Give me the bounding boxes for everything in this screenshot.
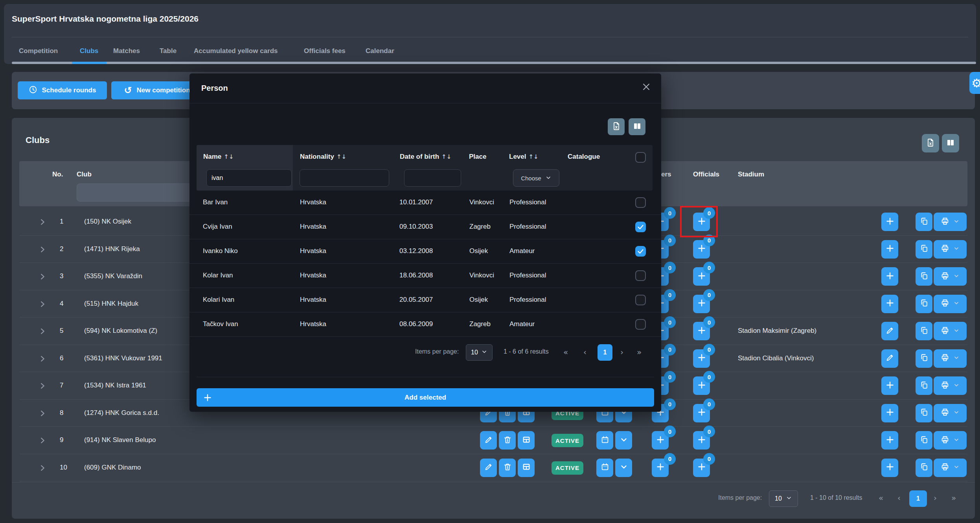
print-club-button[interactable]: [934, 376, 967, 395]
expand-row-chevron-icon[interactable]: [38, 464, 47, 474]
players-count-badge: 0: [664, 207, 676, 219]
person-table-row[interactable]: Tačkov Ivan Hrvatska 08.06.2009 Zagreb A…: [189, 312, 661, 337]
add-stadium-button[interactable]: [881, 240, 898, 259]
add-stadium-button[interactable]: [881, 213, 898, 231]
copy-club-button[interactable]: [916, 404, 932, 422]
club-calendar-button[interactable]: [596, 431, 613, 450]
expand-row-chevron-icon[interactable]: [38, 218, 47, 228]
copy-club-button[interactable]: [916, 213, 932, 231]
delete-club-button[interactable]: [499, 459, 516, 477]
edit-stadium-button[interactable]: [881, 349, 898, 368]
modal-column-settings-button[interactable]: [629, 118, 645, 135]
column-header-name[interactable]: Name↑↓: [203, 153, 234, 161]
copy-club-button[interactable]: [916, 295, 932, 313]
tab-competition[interactable]: Competition: [19, 47, 58, 55]
select-person-checkbox[interactable]: [635, 295, 646, 305]
column-header-dob[interactable]: Date of birth↑↓: [400, 153, 451, 161]
expand-row-chevron-icon[interactable]: [38, 272, 47, 283]
page-size-select[interactable]: 10: [466, 344, 493, 361]
person-table-row[interactable]: Kolar Ivan Hrvatska 18.06.2008 Vinkovci …: [189, 264, 661, 288]
print-club-button[interactable]: [934, 459, 967, 477]
edit-club-button[interactable]: [480, 431, 497, 450]
settings-button[interactable]: ⚙: [969, 72, 980, 94]
page-1-button[interactable]: 1: [909, 490, 927, 507]
tab-matches[interactable]: Matches: [113, 47, 140, 55]
page-1-button[interactable]: 1: [598, 344, 612, 361]
copy-club-button[interactable]: [916, 349, 932, 368]
select-person-checkbox[interactable]: [635, 270, 646, 281]
add-stadium-button[interactable]: [881, 295, 898, 313]
print-club-button[interactable]: [934, 213, 967, 231]
copy-club-button[interactable]: [916, 431, 932, 450]
nationality-filter-input[interactable]: [300, 169, 389, 187]
select-person-checkbox[interactable]: [635, 319, 646, 330]
clubs-export-excel-button[interactable]: [922, 134, 939, 152]
schedule-rounds-button[interactable]: Schedule rounds: [18, 81, 107, 99]
add-stadium-button[interactable]: [881, 267, 898, 286]
club-more-actions-button[interactable]: [615, 459, 632, 477]
add-stadium-button[interactable]: [881, 404, 898, 422]
previous-page-button[interactable]: ‹: [897, 493, 901, 503]
copy-club-button[interactable]: [916, 240, 932, 259]
expand-row-chevron-icon[interactable]: [38, 300, 47, 310]
tab-accumulated-yellow-cards[interactable]: Accumulated yellow cards: [194, 47, 278, 55]
person-table-row[interactable]: Ivanko Niko Hrvatska 03.12.2008 Osijek A…: [189, 239, 661, 264]
tab-calendar[interactable]: Calendar: [366, 47, 394, 55]
next-page-button[interactable]: ›: [934, 493, 937, 503]
print-club-button[interactable]: [934, 349, 967, 368]
expand-row-chevron-icon[interactable]: [38, 436, 47, 446]
column-header-nationality[interactable]: Nationality↑↓: [300, 153, 346, 161]
club-calendar-button[interactable]: [596, 459, 613, 477]
print-club-button[interactable]: [934, 240, 967, 259]
copy-club-button[interactable]: [916, 322, 932, 340]
print-club-button[interactable]: [934, 267, 967, 286]
club-table-view-button[interactable]: [518, 431, 535, 450]
column-header-level[interactable]: Level↑↓: [509, 153, 539, 161]
first-page-button[interactable]: «: [563, 347, 568, 357]
page-size-select[interactable]: 10: [769, 490, 798, 507]
tab-clubs[interactable]: Clubs: [80, 47, 98, 55]
club-more-actions-button[interactable]: [615, 431, 632, 450]
expand-row-chevron-icon[interactable]: [38, 382, 47, 392]
select-person-checkbox[interactable]: [635, 222, 646, 232]
last-page-button[interactable]: »: [637, 347, 642, 357]
select-all-checkbox[interactable]: [635, 152, 646, 163]
expand-row-chevron-icon[interactable]: [38, 327, 47, 337]
copy-club-button[interactable]: [916, 267, 932, 286]
add-stadium-button[interactable]: [881, 376, 898, 395]
name-filter-input[interactable]: [206, 169, 292, 187]
person-table-row[interactable]: Bar Ivan Hrvatska 10.01.2007 Vinkovci Pr…: [189, 191, 661, 215]
add-stadium-button[interactable]: [881, 431, 898, 450]
edit-stadium-button[interactable]: [881, 322, 898, 340]
print-club-button[interactable]: [934, 295, 967, 313]
select-person-checkbox[interactable]: [635, 246, 646, 257]
add-stadium-button[interactable]: [881, 459, 898, 477]
expand-row-chevron-icon[interactable]: [38, 245, 47, 255]
modal-export-excel-button[interactable]: [608, 118, 625, 135]
previous-page-button[interactable]: ‹: [583, 347, 587, 357]
level-filter-select[interactable]: Choose: [513, 169, 559, 187]
tab-table[interactable]: Table: [160, 47, 177, 55]
copy-club-button[interactable]: [916, 376, 932, 395]
print-club-button[interactable]: [934, 431, 967, 450]
first-page-button[interactable]: «: [879, 493, 883, 503]
edit-club-button[interactable]: [480, 459, 497, 477]
next-page-button[interactable]: ›: [620, 347, 623, 357]
delete-club-button[interactable]: [499, 431, 516, 450]
copy-club-button[interactable]: [916, 459, 932, 477]
person-table-row[interactable]: Kolari Ivan Hrvatska 20.05.2007 Osijek P…: [189, 288, 661, 312]
clubs-column-settings-button[interactable]: [942, 134, 959, 152]
print-club-button[interactable]: [934, 322, 967, 340]
last-page-button[interactable]: »: [951, 493, 956, 503]
officials-count-badge: 0: [703, 289, 715, 301]
close-icon[interactable]: [640, 81, 653, 93]
print-club-button[interactable]: [934, 404, 967, 422]
club-table-view-button[interactable]: [518, 459, 535, 477]
expand-row-chevron-icon[interactable]: [38, 354, 47, 365]
tab-officials-fees[interactable]: Officials fees: [304, 47, 346, 55]
expand-row-chevron-icon[interactable]: [38, 409, 47, 419]
select-person-checkbox[interactable]: [635, 197, 646, 208]
person-table-row[interactable]: Cvija Ivan Hrvatska 09.10.2003 Zagreb Pr…: [189, 215, 661, 239]
add-selected-button[interactable]: Add selected: [197, 388, 654, 407]
dob-filter-input[interactable]: [404, 169, 461, 187]
